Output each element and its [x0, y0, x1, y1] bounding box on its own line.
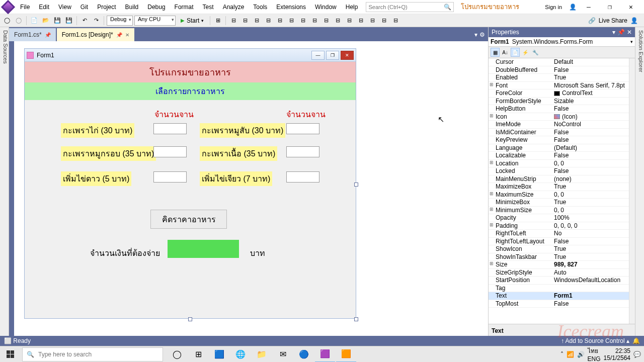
property-row[interactable]: StartPositionWindowsDefaultLocation: [489, 277, 629, 285]
textbox-qty-1[interactable]: [153, 123, 187, 134]
back-button[interactable]: ◯: [2, 16, 12, 26]
align-button-9[interactable]: ⊟: [321, 16, 331, 26]
expand-icon[interactable]: ⊞: [489, 113, 495, 121]
layout-button[interactable]: ⊞: [213, 16, 223, 26]
property-value[interactable]: WindowsDefaultLocation: [554, 277, 629, 284]
align-button-7[interactable]: ⊟: [298, 16, 308, 26]
menu-git[interactable]: Git: [76, 2, 92, 13]
label-item-3[interactable]: กะเพราหมูกรอบ (35 บาท): [61, 146, 156, 161]
property-value[interactable]: False: [554, 152, 629, 159]
property-value[interactable]: (none): [554, 175, 629, 183]
property-value[interactable]: True: [554, 199, 629, 206]
events-button[interactable]: ⚡: [521, 48, 530, 57]
feedback-icon[interactable]: 👤: [630, 17, 638, 24]
language-indicator[interactable]: ไทยENG: [588, 346, 601, 362]
property-value[interactable]: True: [554, 74, 629, 81]
start-button[interactable]: [0, 346, 20, 363]
alphabetical-button[interactable]: A↓: [501, 48, 510, 57]
align-button-1[interactable]: ⊟: [228, 16, 238, 26]
label-total-value[interactable]: [168, 240, 239, 258]
align-button-5[interactable]: ⊟: [275, 16, 285, 26]
redo-button[interactable]: ↷: [91, 16, 101, 26]
label-item-5[interactable]: เพิ่มไข่ดาว (5 บาท): [61, 171, 131, 186]
pin-icon[interactable]: 📌: [45, 32, 51, 38]
property-row[interactable]: CursorDefault: [489, 58, 629, 66]
menu-extensions[interactable]: Extensions: [272, 2, 310, 13]
property-row[interactable]: MinimizeBoxTrue: [489, 199, 629, 207]
property-value[interactable]: No: [554, 230, 629, 237]
taskview-icon[interactable]: ⊞: [188, 346, 208, 363]
property-row[interactable]: LocalizableFalse: [489, 152, 629, 160]
search-input[interactable]: [368, 4, 444, 10]
cortana-icon[interactable]: ◯: [167, 346, 187, 363]
property-value[interactable]: (Icon): [554, 113, 629, 121]
property-row[interactable]: ⊞Size989, 827: [489, 261, 629, 269]
menu-build[interactable]: Build: [121, 2, 143, 13]
property-value[interactable]: Form1: [554, 292, 629, 300]
save-all-button[interactable]: 💾: [64, 16, 74, 26]
label-item-4[interactable]: กะเพราเนื้อ (35 บาท): [200, 146, 277, 161]
align-button-2[interactable]: ⊟: [240, 16, 250, 26]
property-value[interactable]: ControlText: [554, 89, 629, 97]
align-button-10[interactable]: ⊟: [333, 16, 343, 26]
property-value[interactable]: False: [554, 129, 629, 136]
menu-help[interactable]: Help: [342, 2, 362, 13]
tab-form1-cs[interactable]: Form1.cs* 📌: [9, 28, 56, 41]
pin-icon[interactable]: 📌: [116, 32, 122, 38]
property-row[interactable]: SizeGripStyleAuto: [489, 269, 629, 277]
property-value[interactable]: [554, 285, 629, 292]
property-row[interactable]: FormBorderStyleSizable: [489, 98, 629, 106]
mail-icon[interactable]: ✉: [273, 346, 293, 363]
window-maximize[interactable]: ❐: [601, 1, 619, 13]
notifications-icon[interactable]: 💬: [633, 351, 641, 358]
design-canvas[interactable]: Form1 — ❐ ✕ โปรแกรมขายอาหาร เลือกรายการอ…: [14, 41, 488, 346]
edge-icon[interactable]: 🌐: [230, 346, 251, 363]
window-minimize[interactable]: —: [580, 1, 598, 13]
expand-icon[interactable]: ⊞: [489, 222, 495, 230]
close-icon[interactable]: ✕: [125, 32, 129, 38]
align-button-12[interactable]: ⊟: [356, 16, 366, 26]
properties-grid[interactable]: CursorDefaultDoubleBufferedFalseEnabledT…: [489, 58, 629, 324]
align-button-15[interactable]: ⊟: [390, 16, 400, 26]
property-row[interactable]: TopMostFalse: [489, 300, 629, 308]
taskbar-search[interactable]: 🔍 Type here to search: [22, 347, 163, 361]
app-icon-1[interactable]: 🟦: [209, 346, 229, 363]
solution-explorer-tab[interactable]: Solution Explorer: [635, 27, 644, 346]
property-value[interactable]: NoControl: [554, 121, 629, 128]
search-box[interactable]: 🔍: [366, 2, 454, 12]
property-value[interactable]: 0, 0: [554, 160, 629, 167]
form-body[interactable]: โปรแกรมขายอาหาร เลือกรายการอาหาร จำนวนจา…: [25, 62, 356, 301]
align-button-14[interactable]: ⊟: [379, 16, 389, 26]
property-row[interactable]: EnabledTrue: [489, 74, 629, 82]
toolbox-tab[interactable]: Data Sources: [0, 27, 9, 346]
button-calculate[interactable]: คิดราคาอาหาร: [150, 210, 227, 229]
menu-tools[interactable]: Tools: [249, 2, 271, 13]
label-item-6[interactable]: เพิ่มไข่เจียว (7 บาท): [200, 171, 272, 186]
property-row[interactable]: ⊞Location0, 0: [489, 160, 629, 168]
textbox-qty-4[interactable]: [286, 146, 319, 157]
resize-handle-e[interactable]: [354, 183, 358, 187]
textbox-qty-3[interactable]: [153, 146, 187, 157]
config-combo[interactable]: Debug: [107, 16, 133, 26]
property-value[interactable]: False: [554, 167, 629, 175]
signin-link[interactable]: Sign in: [545, 4, 562, 10]
property-value[interactable]: 0, 0: [554, 191, 629, 199]
property-value[interactable]: False: [554, 105, 629, 113]
align-button-4[interactable]: ⊟: [263, 16, 273, 26]
property-row[interactable]: ForeColorControlText: [489, 89, 629, 98]
platform-combo[interactable]: Any CPU: [134, 16, 176, 26]
property-value[interactable]: False: [554, 300, 629, 308]
property-pages-button[interactable]: 🔧: [531, 48, 540, 57]
property-row[interactable]: TextForm1: [489, 292, 629, 300]
property-row[interactable]: Opacity100%: [489, 214, 629, 222]
property-value[interactable]: Sizable: [554, 98, 629, 105]
chrome-icon[interactable]: 🔵: [294, 346, 314, 363]
menu-debug[interactable]: Debug: [143, 2, 169, 13]
property-row[interactable]: Tag: [489, 285, 629, 293]
tray-expand-icon[interactable]: ˄: [560, 351, 564, 358]
align-button-8[interactable]: ⊟: [309, 16, 319, 26]
form-designer[interactable]: Form1 — ❐ ✕ โปรแกรมขายอาหาร เลือกรายการอ…: [24, 48, 356, 319]
wifi-icon[interactable]: 📶: [567, 351, 574, 358]
label-unit[interactable]: บาท: [250, 247, 265, 259]
label-program-title[interactable]: โปรแกรมขายอาหาร: [25, 62, 356, 82]
